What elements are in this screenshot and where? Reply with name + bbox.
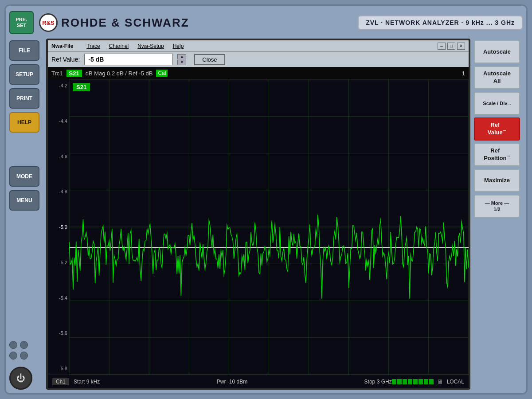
minimize-button[interactable]: – [438,43,446,50]
ref-value-input[interactable] [84,54,173,65]
green-squares [392,379,434,384]
brand-logo: R&S ROHDE & SCHWARZ [39,13,358,32]
start-freq: Start 9 kHz [74,379,100,385]
sq6 [419,379,423,384]
autoscale-all-button[interactable]: AutoscaleAll [474,66,520,89]
print-button[interactable]: PRINT [9,88,39,109]
trace-bar: Trc1 S21 dB Mag 0.2 dB / Ref -5 dB Cal 1 [48,67,469,79]
y-label-4: -4.8 [50,189,67,194]
nav-dot-3[interactable] [9,352,17,360]
sq2 [397,379,402,384]
brand-name: ROHDE & SCHWARZ [61,16,189,30]
s21-badge: S21 [66,70,82,77]
menu-bar: Nwa-File Trace Channel Nwa-Setup Help – … [48,40,469,52]
model-badge: ZVL · NETWORK ANALYZER · 9 kHz ... 3 GHz [358,16,523,30]
stop-freq: Stop 3 GHz [364,379,392,385]
spinner-down[interactable]: ▼ [177,60,186,65]
menu-nwa-setup[interactable]: Nwa-Setup [137,43,164,49]
window-controls: – □ × [438,43,465,50]
menu-help[interactable]: Help [173,43,184,49]
y-label-5: -5.0 [50,224,67,230]
file-button[interactable]: FILE [9,40,39,61]
mode-button[interactable]: MODE [9,166,39,187]
nav-dot-2[interactable] [20,341,28,349]
sq8 [429,379,434,384]
top-header: PRE- SET R&S ROHDE & SCHWARZ ZVL · NETWO… [9,9,523,36]
more-button[interactable]: — More —1/2 [474,195,520,218]
ref-value-button[interactable]: RefValue... [474,117,520,141]
ref-value-bar: Ref Value: ▲ ▼ Close [48,52,469,67]
trace-id: Trc1 [51,70,63,77]
nav-dot-4[interactable] [20,352,28,360]
y-label-8: -5.6 [50,330,67,336]
y-label-2: -4.4 [50,118,67,124]
y-label-9: -5.8 [50,366,67,371]
status-text: Start 9 kHz Pwr -10 dBm Stop 3 GHz [74,379,392,385]
pwr-level: Pwr -10 dBm [217,379,247,385]
menu-trace[interactable]: Trace [86,43,100,49]
autoscale-button[interactable]: Autoscale [474,40,520,63]
channel-number: 1 [462,70,465,77]
screen-container: Nwa-File Trace Channel Nwa-Setup Help – … [46,39,470,390]
nav-dot-1[interactable] [9,341,17,349]
y-label-6: -5.2 [50,260,67,265]
screen: Nwa-File Trace Channel Nwa-Setup Help – … [46,39,470,390]
trace-info: dB Mag 0.2 dB / Ref -5 dB [86,70,153,77]
sq5 [413,379,418,384]
waveform-canvas [69,79,469,375]
ref-value-label: Ref Value: [51,56,80,63]
power-button[interactable]: ⏻ [9,367,32,390]
ref-value-spinner: ▲ ▼ [177,54,186,65]
right-panel: Autoscale AutoscaleAll Scale / Div... Re… [474,39,523,390]
maximize-button[interactable]: Maximize [474,169,520,192]
rs-logo: R&S [39,13,58,32]
monitor-icon: 🖥 [437,378,443,385]
main-row: FILE SETUP PRINT HELP MODE MENU ⏻ [9,39,523,390]
scale-div-button[interactable]: Scale / Div... [474,92,520,115]
status-indicators: 🖥 LOCAL [392,378,464,385]
ch1-badge: Ch1 [52,378,69,385]
menu-channel[interactable]: Channel [109,43,129,49]
left-panel: FILE SETUP PRINT HELP MODE MENU ⏻ [9,39,43,390]
power-icon: ⏻ [16,373,25,383]
maximize-button[interactable]: □ [447,43,455,50]
close-window-button[interactable]: × [457,43,465,50]
setup-button[interactable]: SETUP [9,64,39,85]
help-button[interactable]: HELP [9,112,39,133]
sq7 [424,379,428,384]
y-label-3: -4.6 [50,154,67,159]
y-label-7: -5.4 [50,295,67,301]
instrument-body: PRE- SET R&S ROHDE & SCHWARZ ZVL · NETWO… [4,4,528,395]
sq1 [392,379,396,384]
s21-indicator: S21 [73,83,90,91]
y-axis-labels: -4.2 -4.4 -4.6 -4.8 -5.0 -5.2 -5.4 -5.6 … [48,79,69,375]
preset-button[interactable]: PRE- SET [9,11,34,34]
chart-area: -4.2 -4.4 -4.6 -4.8 -5.0 -5.2 -5.4 -5.6 … [48,79,469,375]
spinner-up[interactable]: ▲ [177,54,186,59]
close-button[interactable]: Close [194,54,225,65]
local-badge: LOCAL [447,379,464,385]
menu-title[interactable]: Nwa-File [51,43,73,49]
cal-badge: Cal [156,70,168,77]
chart-plot: S21 [69,79,469,375]
status-bar: Ch1 Start 9 kHz Pwr -10 dBm Stop 3 GHz [48,375,469,388]
sq4 [408,379,412,384]
ref-position-button[interactable]: RefPosition... [474,143,520,166]
menu-button[interactable]: MENU [9,190,39,211]
y-label-1: -4.2 [50,83,67,88]
sq3 [403,379,407,384]
nav-dots [9,341,43,360]
